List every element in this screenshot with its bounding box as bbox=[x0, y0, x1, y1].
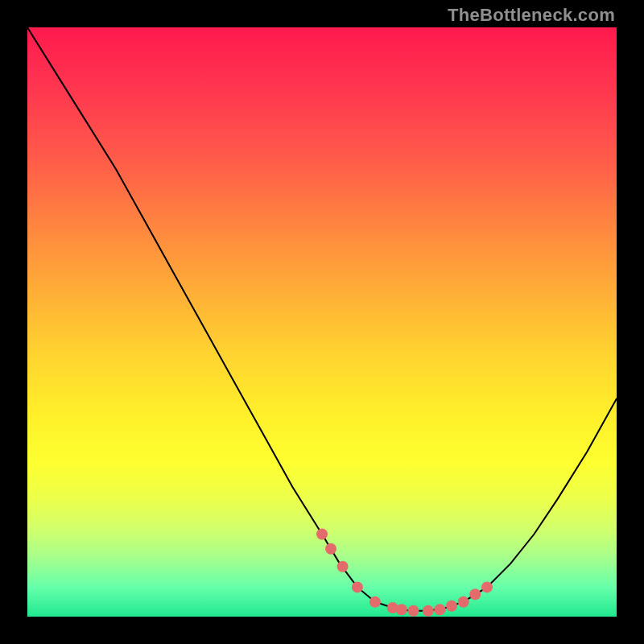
marker-dot bbox=[434, 604, 445, 615]
bottleneck-curve bbox=[27, 27, 617, 611]
marker-dot bbox=[337, 561, 349, 572]
marker-dot bbox=[352, 581, 363, 592]
marker-dot bbox=[316, 529, 328, 540]
chart-svg bbox=[27, 27, 617, 617]
marker-dot bbox=[446, 601, 457, 612]
marker-dot bbox=[396, 604, 407, 615]
marker-dot bbox=[408, 605, 419, 617]
marker-dot bbox=[458, 597, 469, 608]
plot-area bbox=[27, 27, 617, 617]
marker-dot bbox=[481, 581, 493, 592]
marker-dot bbox=[325, 543, 336, 555]
marker-dot bbox=[369, 597, 381, 608]
marker-dot bbox=[469, 588, 481, 600]
curve-layer bbox=[27, 27, 617, 611]
watermark-text: TheBottleneck.com bbox=[448, 5, 615, 26]
marker-dots bbox=[316, 529, 493, 617]
chart-frame: TheBottleneck.com bbox=[0, 0, 644, 644]
marker-dot bbox=[423, 605, 434, 617]
